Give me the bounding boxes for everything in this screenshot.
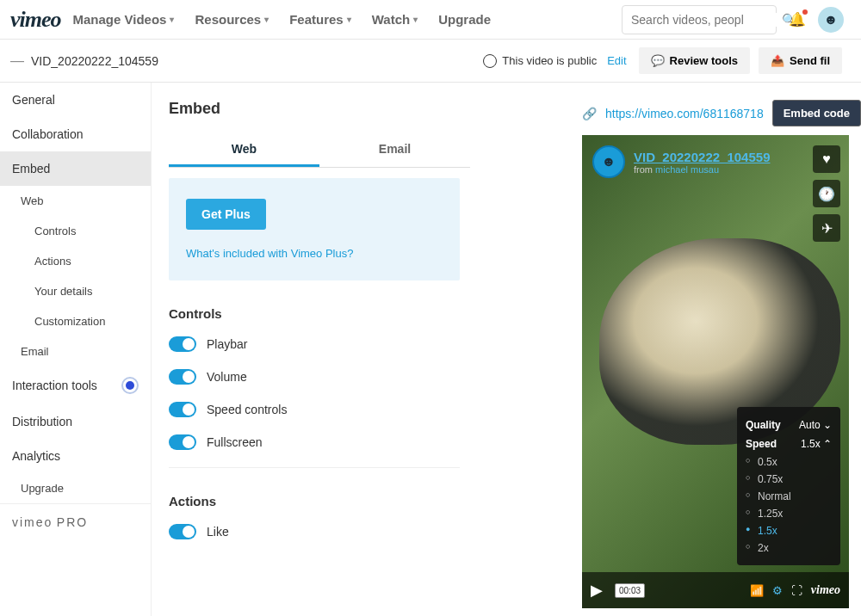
center-panel: Embed Web Email Get Plus What's included…: [152, 83, 861, 616]
search-input[interactable]: [631, 13, 782, 27]
sidebar-item-analytics[interactable]: Analytics: [0, 439, 151, 473]
top-nav: vimeo Manage Videos▾ Resources▾ Features…: [0, 0, 861, 40]
toggle-row-fullscreen: Fullscreen: [169, 434, 460, 450]
chevron-down-icon: ▾: [264, 15, 269, 24]
volume-icon[interactable]: 📶: [750, 584, 764, 597]
vimeo-pro-promo[interactable]: vimeo PRO: [0, 503, 151, 539]
notifications-icon[interactable]: 🔔: [789, 11, 806, 28]
embed-code-button[interactable]: Embed code: [772, 100, 861, 126]
page-title: Embed: [169, 100, 470, 118]
vimeo-logo[interactable]: vimeo: [10, 7, 61, 33]
settings-sidebar[interactable]: General Collaboration Embed Web Controls…: [0, 83, 152, 616]
author-link[interactable]: michael musau: [655, 164, 719, 175]
toggle-label: Playbar: [207, 337, 247, 351]
fullscreen-icon[interactable]: ⛶: [791, 584, 802, 597]
toggle-playbar[interactable]: [169, 336, 196, 352]
chevron-down-icon: ▾: [413, 15, 418, 24]
speed-row[interactable]: Speed 1.5x ⌃: [746, 434, 832, 453]
breadcrumb-title: VID_20220222_104559: [31, 54, 158, 68]
toggle-row-speed: Speed controls: [169, 402, 460, 417]
tab-email[interactable]: Email: [319, 133, 470, 167]
send-icon: 📤: [771, 54, 784, 67]
divider: [169, 467, 460, 468]
url-row: 🔗 https://vimeo.com/681168718 Embed code: [582, 100, 861, 126]
speed-option[interactable]: 0.5x: [746, 453, 832, 471]
embed-settings-column: Embed Web Email Get Plus What's included…: [169, 100, 470, 616]
face-icon: ☻: [824, 12, 839, 28]
review-tools-button[interactable]: 💬 Review tools: [639, 47, 750, 74]
player-video-title[interactable]: VID_20220222_104559: [634, 150, 770, 164]
search-box[interactable]: 🔍: [622, 5, 777, 34]
nav-upgrade[interactable]: Upgrade: [438, 12, 491, 27]
settings-scroll-area[interactable]: Get Plus What's included with Vimeo Plus…: [169, 168, 470, 564]
player-side-actions: ♥ 🕐 ✈: [813, 145, 840, 242]
toggle-row-volume: Volume: [169, 369, 460, 385]
video-url[interactable]: https://vimeo.com/681168718: [605, 107, 764, 120]
speed-option-selected[interactable]: 1.5x: [746, 522, 832, 539]
toggle-like[interactable]: [169, 524, 196, 539]
sidebar-sub-web[interactable]: Web: [0, 186, 151, 216]
video-player[interactable]: ☻ VID_20220222_104559 from michael musau…: [582, 135, 849, 608]
player-controls-bar: ▶ 00:03 📶 ⚙ ⛶ vimeo: [582, 572, 849, 608]
chevron-down-icon: ▾: [170, 15, 174, 24]
toggle-label: Fullscreen: [207, 435, 263, 449]
vimeo-watermark[interactable]: vimeo: [811, 583, 840, 597]
speed-option[interactable]: 1.25x: [746, 505, 832, 522]
nav-watch[interactable]: Watch▾: [372, 12, 418, 27]
main-layout: General Collaboration Embed Web Controls…: [0, 83, 861, 616]
toggle-row-like: Like: [169, 524, 460, 539]
sidebar-sub-upgrade[interactable]: Upgrade: [0, 473, 151, 503]
toggle-label: Speed controls: [207, 403, 287, 416]
chevron-down-icon: ▾: [347, 15, 351, 24]
speed-option[interactable]: 2x: [746, 539, 832, 557]
speed-option[interactable]: 0.75x: [746, 471, 832, 488]
link-icon: 🔗: [582, 107, 597, 120]
toggle-volume[interactable]: [169, 369, 196, 385]
nav-items: Manage Videos▾ Resources▾ Features▾ Watc…: [73, 12, 622, 27]
user-avatar[interactable]: ☻: [818, 7, 844, 33]
section-title-actions: Actions: [169, 494, 460, 508]
quality-row[interactable]: Quality Auto ⌄: [746, 416, 832, 434]
sidebar-item-interaction-tools[interactable]: Interaction tools: [0, 367, 151, 404]
nav-manage-videos[interactable]: Manage Videos▾: [73, 12, 175, 27]
preview-panel: 🔗 https://vimeo.com/681168718 Embed code…: [470, 100, 861, 616]
nav-resources[interactable]: Resources▾: [195, 12, 269, 27]
plus-info-link[interactable]: What's included with Vimeo Plus?: [186, 247, 443, 260]
privacy-text: This video is public: [502, 54, 597, 67]
embed-tabs: Web Email: [169, 133, 470, 168]
chevron-down-icon: ⌄: [823, 419, 832, 431]
section-title-controls: Controls: [169, 306, 460, 321]
time-indicator: 00:03: [615, 583, 645, 598]
sidebar-sub-controls[interactable]: Controls: [0, 216, 151, 246]
settings-gear-icon[interactable]: ⚙: [772, 584, 783, 597]
sidebar-sub-actions[interactable]: Actions: [0, 246, 151, 276]
sidebar-item-general[interactable]: General: [0, 83, 151, 117]
sidebar-item-embed[interactable]: Embed: [0, 151, 151, 186]
chevron-up-icon: ⌃: [823, 438, 832, 450]
sub-header: — VID_20220222_104559 This video is publ…: [0, 40, 861, 83]
sidebar-item-collaboration[interactable]: Collaboration: [0, 117, 151, 151]
sidebar-sub-your-details[interactable]: Your details: [0, 276, 151, 306]
nav-features[interactable]: Features▾: [289, 12, 351, 27]
sidebar-item-distribution[interactable]: Distribution: [0, 404, 151, 439]
sidebar-sub-email[interactable]: Email: [0, 336, 151, 367]
playback-settings-menu: Quality Auto ⌄ Speed 1.5x ⌃ 0.5x 0.75x N…: [737, 407, 840, 565]
play-icon[interactable]: ▶: [591, 581, 603, 600]
like-icon[interactable]: ♥: [813, 145, 840, 173]
edit-privacy-link[interactable]: Edit: [607, 54, 626, 67]
sidebar-sub-customization[interactable]: Customization: [0, 306, 151, 336]
toggle-speed-controls[interactable]: [169, 402, 196, 417]
author-avatar[interactable]: ☻: [592, 145, 625, 178]
get-plus-button[interactable]: Get Plus: [186, 199, 266, 230]
share-icon[interactable]: ✈: [813, 214, 840, 242]
radio-indicator-icon: [121, 377, 139, 394]
upsell-promo: Get Plus What's included with Vimeo Plus…: [169, 178, 460, 280]
speed-option[interactable]: Normal: [746, 488, 832, 505]
watch-later-icon[interactable]: 🕐: [813, 180, 840, 207]
toggle-fullscreen[interactable]: [169, 434, 196, 450]
face-icon: ☻: [602, 154, 616, 169]
player-header: ☻ VID_20220222_104559 from michael musau: [592, 145, 770, 178]
send-file-button[interactable]: 📤 Send fil: [759, 47, 842, 74]
tab-web[interactable]: Web: [169, 133, 319, 167]
toggle-label: Like: [207, 525, 229, 539]
